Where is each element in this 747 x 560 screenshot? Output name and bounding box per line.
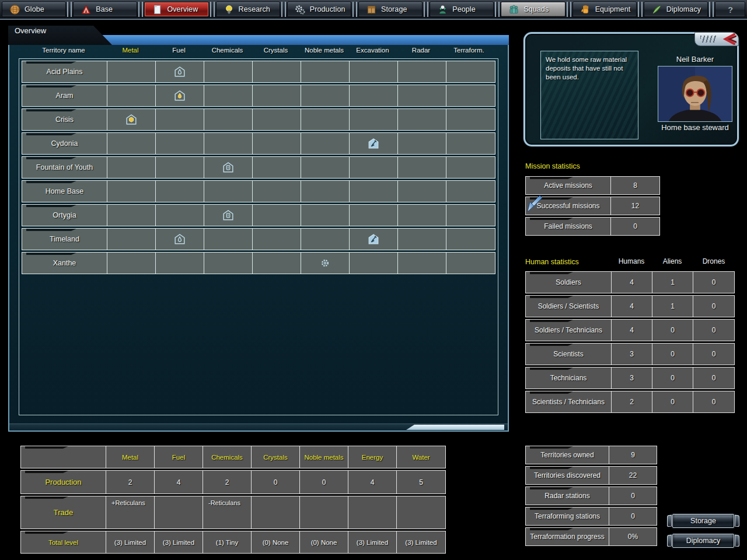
- territory-row-xanthe[interactable]: Xanthe: [22, 252, 495, 274]
- column-header-metal[interactable]: Metal: [106, 47, 155, 54]
- noble-metals-deposit-icon: [319, 257, 331, 270]
- cell-terraform: [446, 181, 493, 202]
- column-header-chemicals: Chemicals: [203, 446, 252, 468]
- territory-name: Aram: [22, 85, 107, 106]
- territory-table-frame: Acid PlainsAramCrisisCydoniaFountain of …: [19, 58, 498, 415]
- mission-row-successful-missions: Successful missions12: [525, 197, 660, 215]
- cell-chemicals: [204, 229, 253, 250]
- resource-value: 4: [155, 471, 203, 494]
- back-button[interactable]: [694, 32, 739, 46]
- metal-mine-icon: [125, 113, 138, 126]
- territory-row-acid-plains[interactable]: Acid Plains: [22, 61, 495, 83]
- tab-help[interactable]: ?: [715, 2, 745, 17]
- column-header-fuel[interactable]: Fuel: [155, 47, 203, 54]
- cell-fuel: [156, 229, 204, 250]
- tab-diplomacy[interactable]: Diplomacy: [644, 2, 708, 17]
- tab-equipment[interactable]: Equipment: [573, 2, 637, 17]
- cell-excavation: [350, 229, 398, 250]
- human-row-scientists-technicians: Scientists / Technicians200: [525, 391, 735, 413]
- cell-noble-metals: [301, 229, 350, 250]
- human-row-technicians: Technicians300: [525, 367, 735, 389]
- column-header-noble-metals: Noble metals: [300, 446, 348, 468]
- back-arrow-icon: [720, 33, 736, 45]
- cell-fuel: [156, 181, 204, 202]
- tab-label: Diplomacy: [666, 5, 701, 13]
- cell-noble-metals: [301, 133, 350, 154]
- territory-name: Timeland: [22, 229, 107, 250]
- cell-metal: [107, 205, 156, 226]
- stat-value: 0: [609, 487, 657, 505]
- territory-row-cydonia[interactable]: Cydonia: [22, 132, 495, 155]
- territory-name: Home Base: [22, 181, 107, 202]
- cell-crystals: [253, 253, 301, 274]
- stat-value: 0: [652, 344, 693, 365]
- cell-chemicals: [204, 253, 253, 274]
- globe-icon: [9, 4, 20, 15]
- overview-panel: Territory nameMetalFuelChemicalsCrystals…: [8, 35, 509, 432]
- resource-value: -Reticulans: [203, 496, 252, 528]
- territory-row-crisis[interactable]: Crisis: [22, 108, 495, 131]
- territory-row-fountain-of-youth[interactable]: Fountain of Youth: [22, 156, 495, 178]
- stat-label: Soldiers / Technicians: [526, 320, 612, 341]
- chemicals-deposit-icon: [222, 161, 235, 174]
- territory-statistics-table: Territories owned9Territories discovered…: [525, 446, 657, 548]
- cell-fuel: [156, 85, 204, 106]
- cell-fuel: [156, 205, 204, 226]
- tab-label: Equipment: [595, 5, 631, 13]
- resource-row-production: Production2420045: [20, 470, 446, 494]
- stat-value: 0: [652, 391, 693, 412]
- tab-label: Squads: [523, 5, 549, 13]
- tab-overview[interactable]: Overview: [144, 2, 208, 17]
- cell-radar: [398, 181, 446, 202]
- resource-value: [155, 496, 203, 528]
- storage-icon: [366, 4, 377, 15]
- storage-button[interactable]: Storage: [672, 514, 734, 528]
- fuel-deposit-icon: [173, 233, 186, 246]
- cell-fuel: [156, 133, 204, 154]
- stat-label: Successful missions: [526, 197, 611, 215]
- column-header-crystals[interactable]: Crystals: [252, 47, 300, 54]
- resource-value: (3) Limited: [397, 531, 445, 553]
- tab-research[interactable]: Research: [216, 2, 280, 17]
- cell-metal: [107, 157, 156, 178]
- tab-people[interactable]: People: [430, 2, 494, 17]
- stat-value: 0: [652, 320, 693, 341]
- column-header-territory-name[interactable]: Territory name: [21, 47, 106, 54]
- cell-excavation: [350, 85, 398, 106]
- column-header-noble-metals[interactable]: Noble metals: [300, 47, 348, 54]
- territory-stat-row-terraformation-progress: Terraformation progress0%: [525, 527, 657, 546]
- territory-stat-row-territories-discovered: Territories discovered22: [525, 466, 657, 485]
- tab-production[interactable]: Production: [287, 2, 351, 17]
- stat-label: Terraformation progress: [526, 528, 609, 545]
- column-header-energy: Energy: [348, 446, 397, 468]
- stat-value: 0: [611, 218, 659, 235]
- tab-storage[interactable]: Storage: [358, 2, 423, 17]
- stat-value: 0: [693, 344, 734, 365]
- column-header-terraform[interactable]: Terraform.: [445, 47, 493, 54]
- stat-value: 1: [652, 296, 693, 317]
- tab-label: Storage: [381, 5, 407, 13]
- territory-row-aram[interactable]: Aram: [22, 85, 495, 107]
- column-header-chemicals[interactable]: Chemicals: [203, 47, 252, 54]
- tab-label: Overview: [167, 5, 198, 13]
- territory-row-ortygia[interactable]: Ortygia: [22, 204, 495, 226]
- territory-row-home-base[interactable]: Home Base: [22, 180, 495, 202]
- tab-separator: [66, 2, 73, 17]
- panel-title-tab: Overview: [8, 26, 112, 45]
- human-statistics-headers: HumansAliensDrones: [611, 257, 735, 265]
- diplomacy-button[interactable]: Diplomacy: [672, 534, 734, 548]
- row-label: Production: [21, 471, 106, 494]
- tab-globe[interactable]: Globe: [2, 2, 66, 17]
- territory-row-timeland[interactable]: Timeland: [22, 228, 495, 250]
- column-header-water: Water: [397, 446, 445, 468]
- tab-label: People: [452, 5, 476, 13]
- tab-squads[interactable]: Squads: [501, 2, 565, 17]
- diplomacy-icon: [651, 4, 662, 15]
- column-header-excavation[interactable]: Excavation: [348, 47, 397, 54]
- tab-base[interactable]: Base: [73, 2, 137, 17]
- research-icon: [224, 4, 235, 15]
- column-header-radar[interactable]: Radar: [397, 47, 445, 54]
- resource-value: (3) Limited: [106, 531, 155, 553]
- cell-terraform: [446, 157, 493, 178]
- cell-metal: [107, 229, 156, 250]
